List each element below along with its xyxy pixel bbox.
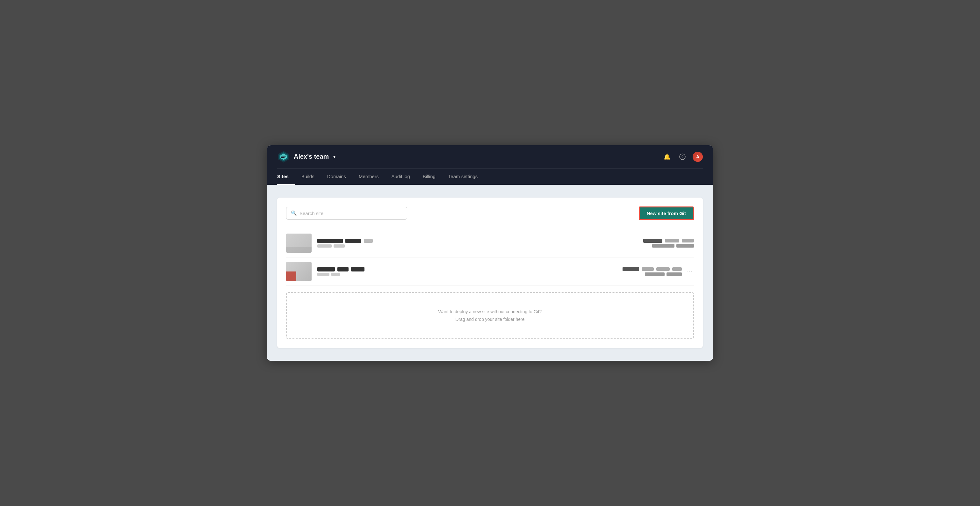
search-icon: 🔍 [291, 210, 297, 216]
tab-members[interactable]: Members [352, 169, 385, 185]
nav-tabs-bar: Sites Builds Domains Members Audit log B… [277, 169, 703, 185]
netlify-logo-icon [277, 150, 290, 163]
tab-audit-log[interactable]: Audit log [385, 169, 416, 185]
site-url-row [645, 272, 682, 276]
site-thumbnail [286, 262, 312, 281]
browser-window: Alex's team ▾ 🔔 ? A Sites Builds Domains [267, 145, 713, 361]
search-input[interactable] [299, 211, 402, 216]
site-meta-block-2 [331, 273, 340, 276]
tab-builds[interactable]: Builds [295, 169, 321, 185]
user-avatar-button[interactable]: A [693, 152, 703, 162]
status-block [622, 267, 639, 271]
svg-text:?: ? [681, 155, 683, 159]
site-name-row [317, 239, 605, 243]
site-status-row [643, 239, 694, 243]
site-meta-block [317, 244, 332, 248]
site-meta-row [317, 244, 605, 248]
site-status-row [622, 267, 682, 271]
help-button[interactable]: ? [677, 152, 687, 162]
tab-billing[interactable]: Billing [417, 169, 442, 185]
site-info [317, 267, 593, 276]
drop-zone-line1: Want to deploy a new site without connec… [296, 308, 684, 316]
url-block [645, 272, 665, 276]
site-url-row [652, 244, 694, 248]
site-list: ⋯ [286, 229, 694, 286]
tab-domains[interactable]: Domains [321, 169, 352, 185]
status-block [643, 239, 662, 243]
drop-zone-text: Want to deploy a new site without connec… [296, 308, 684, 323]
site-thumbnail [286, 234, 312, 253]
site-name-block [317, 267, 335, 272]
site-name-block [345, 239, 361, 243]
team-name: Alex's team [294, 153, 329, 160]
status-block-extra-2 [672, 267, 682, 271]
team-chevron-icon: ▾ [333, 154, 336, 159]
drop-zone-line2: Drag and drop your site folder here [296, 316, 684, 323]
top-nav: Alex's team ▾ 🔔 ? A Sites Builds Domains [267, 145, 713, 185]
site-list-item[interactable]: ⋯ [286, 258, 694, 286]
site-name-block [317, 239, 343, 243]
site-name-block-2 [337, 267, 348, 272]
url-block-2 [676, 244, 694, 248]
site-list-item[interactable] [286, 229, 694, 258]
search-wrapper[interactable]: 🔍 [286, 207, 407, 220]
help-circle-icon: ? [679, 154, 686, 160]
site-more-options-button[interactable]: ⋯ [686, 267, 694, 276]
site-info [317, 239, 605, 248]
main-content: 🔍 New site from Git [267, 185, 713, 361]
toolbar: 🔍 New site from Git [286, 207, 694, 220]
status-block-light [642, 267, 654, 271]
status-block-extra [682, 239, 694, 242]
site-meta-row [317, 273, 593, 276]
tab-team-settings[interactable]: Team settings [442, 169, 484, 185]
site-meta-block [334, 244, 345, 248]
status-block-extra [656, 267, 670, 271]
site-right-info [605, 239, 694, 248]
site-meta-block [317, 273, 329, 276]
tab-sites[interactable]: Sites [277, 169, 295, 185]
notifications-button[interactable]: 🔔 [662, 152, 672, 162]
new-site-from-git-button[interactable]: New site from Git [639, 207, 694, 220]
site-name-extra [364, 239, 373, 243]
brand-logo-area[interactable]: Alex's team ▾ [277, 150, 336, 163]
url-block-2 [667, 272, 682, 276]
nav-icons-group: 🔔 ? A [662, 152, 703, 162]
site-name-row [317, 267, 593, 272]
site-right-info [593, 267, 682, 276]
drop-zone[interactable]: Want to deploy a new site without connec… [286, 292, 694, 339]
status-block-light [665, 239, 679, 242]
sites-panel: 🔍 New site from Git [277, 197, 703, 348]
site-name-block-3 [351, 267, 364, 272]
avatar-label: A [696, 154, 699, 159]
url-block [652, 244, 675, 248]
